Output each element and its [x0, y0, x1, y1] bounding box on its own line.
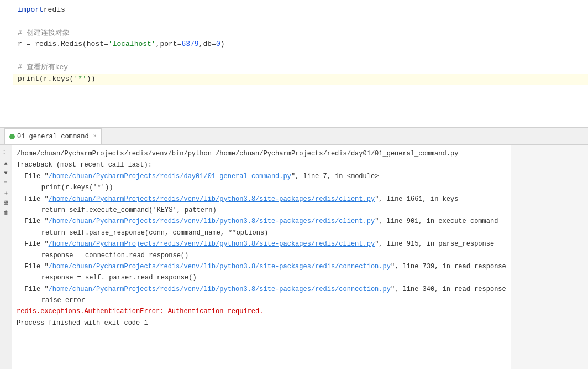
code-token: ,db=: [199, 39, 216, 50]
expand-button[interactable]: ＋: [1, 188, 11, 198]
wrap-button[interactable]: ≡: [1, 178, 11, 188]
terminal-line: response = self._parser.read_response(): [25, 272, 506, 283]
code-token: # 创建连接对象: [18, 28, 70, 39]
terminal-file-link[interactable]: /home/chuan/PycharmProjects/redis/venv/l…: [49, 285, 391, 293]
sidebar-buttons: ▲ ▼ ≡ ＋ 🖶 🗑: [1, 158, 11, 218]
code-token: redis: [44, 4, 65, 16]
code-line: print(r.keys('*')): [13, 74, 588, 85]
code-line: # 创建连接对象: [13, 28, 588, 39]
terminal-file-link[interactable]: /home/chuan/PycharmProjects/redis/day01/…: [49, 173, 291, 180]
code-content: import redis # 创建连接对象r = redis.Redis(hos…: [0, 4, 588, 108]
code-token: 0: [216, 39, 221, 50]
code-token: ,port=: [156, 39, 182, 50]
code-token: r = redis.Redis(host=: [18, 39, 108, 50]
terminal-line: File "/home/chuan/PycharmProjects/redis/…: [17, 171, 506, 182]
terminal-tab[interactable]: 01_general_command ×: [4, 128, 102, 144]
terminal-line: Traceback (most recent call last):: [17, 159, 506, 170]
terminal-file-link[interactable]: /home/chuan/PycharmProjects/redis/venv/l…: [49, 263, 391, 271]
scroll-down-button[interactable]: ▼: [1, 168, 11, 178]
terminal-line: return self.parse_response(conn, command…: [25, 227, 506, 238]
scroll-up-button[interactable]: ▲: [1, 158, 11, 168]
terminal-header: 01_general_command ×: [0, 127, 588, 145]
terminal-line: File "/home/chuan/PycharmProjects/redis/…: [17, 284, 506, 295]
terminal-tab-label: 01_general_command: [17, 133, 89, 141]
code-token: )): [87, 74, 96, 85]
terminal-sidebar: : ▲ ▼ ≡ ＋ 🖶 🗑: [0, 145, 12, 369]
terminal-file-link[interactable]: /home/chuan/PycharmProjects/redis/venv/l…: [49, 240, 375, 248]
terminal-line: raise error: [25, 295, 506, 306]
code-token: 6379: [181, 39, 198, 50]
code-line: import redis: [13, 4, 588, 16]
code-token: import: [18, 4, 44, 16]
code-token: print(r.keys(: [18, 74, 74, 85]
code-token: # 查看所有key: [18, 62, 68, 74]
code-line: r = redis.Redis(host='localhost',port=63…: [13, 39, 588, 50]
terminal-line: redis.exceptions.AuthenticationError: Au…: [17, 306, 506, 317]
terminal-line: File "/home/chuan/PycharmProjects/redis/…: [17, 216, 506, 227]
terminal-line: response = connection.read_response(): [25, 250, 506, 261]
terminal-line: print(r.keys('*')): [25, 182, 506, 193]
clear-button[interactable]: 🗑: [1, 208, 11, 218]
code-token: '*': [74, 74, 86, 85]
code-line: [13, 85, 588, 97]
terminal-line: Process finished with exit code 1: [17, 318, 506, 329]
code-line: [13, 50, 588, 62]
terminal-line: File "/home/chuan/PycharmProjects/redis/…: [17, 238, 506, 250]
code-token: ): [221, 39, 225, 50]
code-line: # 查看所有key: [13, 62, 588, 74]
run-panel: 01_general_command × : ▲ ▼ ≡ ＋ 🖶 🗑 /home…: [0, 127, 588, 369]
terminal-file-link[interactable]: /home/chuan/PycharmProjects/redis/venv/l…: [49, 217, 375, 225]
terminal-line: File "/home/chuan/PycharmProjects/redis/…: [17, 194, 506, 205]
colon-prefix: :: [2, 148, 6, 156]
print-button[interactable]: 🖶: [1, 198, 11, 208]
code-token: 'localhost': [108, 39, 156, 50]
code-line: [13, 96, 588, 108]
terminal-line: /home/chuan/PycharmProjects/redis/venv/b…: [17, 148, 506, 159]
code-editor[interactable]: import redis # 创建连接对象r = redis.Redis(hos…: [0, 0, 588, 127]
terminal-line: return self.execute_command('KEYS', patt…: [25, 205, 506, 216]
terminal-body[interactable]: /home/chuan/PycharmProjects/redis/venv/b…: [0, 145, 511, 369]
run-icon: [9, 134, 15, 139]
code-line: [13, 16, 588, 28]
tab-close-button[interactable]: ×: [93, 133, 97, 139]
terminal-file-link[interactable]: /home/chuan/PycharmProjects/redis/venv/l…: [49, 195, 375, 203]
terminal-line: File "/home/chuan/PycharmProjects/redis/…: [17, 261, 506, 272]
